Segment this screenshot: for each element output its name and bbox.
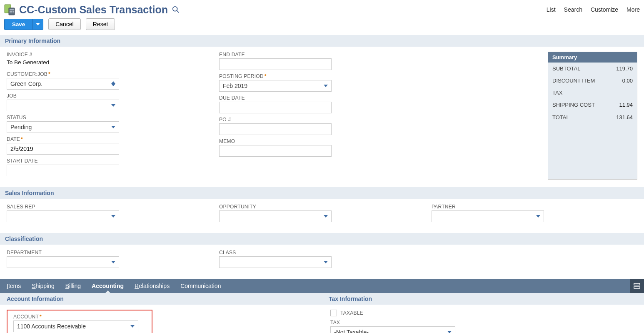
opportunity-select[interactable] [219,210,332,222]
chevron-down-icon [324,260,328,264]
subtotal-value: 119.70 [616,65,633,72]
partner-label: PARTNER [432,204,632,210]
header-nav: List Search Customize More [547,6,640,13]
taxable-label: TAXABLE [340,310,363,316]
section-account-info: Account Information [0,293,322,305]
status-label: STATUS [7,115,207,120]
tax-select-label: TAX [330,320,644,325]
total-value: 131.64 [616,114,633,120]
save-dropdown[interactable] [32,19,43,30]
double-chevron-icon [111,81,115,86]
summary-box: Summary SUBTOTAL119.70 DISCOUNT ITEM0.00… [548,52,637,180]
end-date-input[interactable] [219,58,332,70]
job-label: JOB [7,93,207,99]
chevron-down-icon [536,214,540,218]
due-date-label: DUE DATE [219,95,419,101]
svg-rect-12 [634,287,640,288]
summary-title: Summary [548,52,637,63]
date-input[interactable] [7,143,119,155]
chevron-down-icon [111,103,115,108]
opportunity-label: OPPORTUNITY [219,204,419,210]
tab-accounting[interactable]: Accounting [92,279,124,293]
discount-label: DISCOUNT ITEM [552,78,595,84]
shipping-value: 11.94 [619,102,633,108]
chevron-down-icon [447,330,452,333]
section-primary-info: Primary Information [0,35,644,47]
tab-relationships[interactable]: RelationshipsRelationships [135,279,170,293]
page-title: CC-Custom Sales Transaction [19,4,168,16]
svg-rect-8 [13,13,14,13]
svg-point-9 [173,7,177,11]
chevron-down-icon [324,214,328,218]
tab-billing[interactable]: BillingBilling [65,279,81,293]
memo-input[interactable] [219,145,332,157]
posting-period-label: POSTING PERIOD [219,73,264,79]
transaction-icon [4,3,15,16]
class-select[interactable] [219,256,332,268]
chevron-down-icon [111,214,115,218]
shipping-label: SHIPPING COST [552,102,595,108]
account-select[interactable]: 1100 Accounts Receivable [13,320,138,332]
start-date-input[interactable] [7,165,119,176]
svg-rect-6 [10,13,11,13]
department-label: DEPARTMENT [7,250,207,255]
invoice-label: INVOICE # [7,52,207,58]
nav-more[interactable]: More [627,6,640,13]
due-date-input[interactable] [219,102,332,113]
department-select[interactable] [7,256,119,268]
discount-value: 0.00 [622,78,633,84]
page-header: CC-Custom Sales Transaction List Search … [0,0,644,17]
chevron-down-icon [111,125,115,129]
partner-select[interactable] [432,210,544,222]
tax-select[interactable]: -Not Taxable- [330,326,455,333]
svg-rect-3 [10,11,11,12]
account-highlight: ACCOUNT* 1100 Accounts Receivable [7,310,152,333]
svg-rect-2 [10,9,14,10]
nav-list[interactable]: List [547,6,556,13]
svg-rect-4 [11,11,12,12]
start-date-label: START DATE [7,158,207,164]
reset-button[interactable]: Reset [86,18,115,30]
chevron-down-icon [111,260,115,264]
chevron-down-icon [324,84,328,88]
action-bar: Save Cancel Reset [0,17,644,35]
nav-search[interactable]: Search [564,6,582,13]
tab-shipping[interactable]: ShippingShipping [32,279,55,293]
tax-label: TAX [552,90,562,96]
section-sales-info: Sales Information [0,187,644,199]
account-label: ACCOUNT [13,314,39,320]
save-button[interactable]: Save [4,19,32,30]
cancel-button[interactable]: Cancel [48,18,81,30]
svg-rect-11 [634,283,640,285]
tab-bar: IItemstems ShippingShipping BillingBilli… [0,279,644,293]
po-label: PO # [219,117,419,123]
section-tax-info: Tax Information [322,293,644,305]
sales-rep-label: SALES REP [7,204,207,210]
total-label: TOTAL [552,114,569,120]
svg-rect-5 [13,11,14,12]
search-icon[interactable] [172,6,180,13]
svg-line-10 [177,11,179,13]
tab-items[interactable]: IItemstems [7,279,21,293]
customer-select[interactable]: Green Corp. [7,78,119,90]
subtotal-label: SUBTOTAL [552,65,580,72]
posting-period-select[interactable]: Feb 2019 [219,80,332,92]
sales-rep-select[interactable] [7,210,119,222]
panel-toggle-icon[interactable] [630,279,644,293]
invoice-value: To Be Generated [7,58,207,68]
po-input[interactable] [219,123,332,135]
class-label: CLASS [219,250,419,255]
taxable-checkbox[interactable] [330,310,337,316]
job-select[interactable] [7,100,119,111]
customer-label: CUSTOMER:JOB [7,71,47,77]
section-classification: Classification [0,233,644,245]
tab-communication[interactable]: Communication [180,279,221,293]
chevron-down-icon [130,324,135,328]
end-date-label: END DATE [219,52,419,58]
status-select[interactable]: Pending [7,121,119,133]
date-label: DATE [7,136,20,142]
nav-customize[interactable]: Customize [591,6,618,13]
memo-label: MEMO [219,138,419,144]
svg-rect-7 [11,13,12,13]
